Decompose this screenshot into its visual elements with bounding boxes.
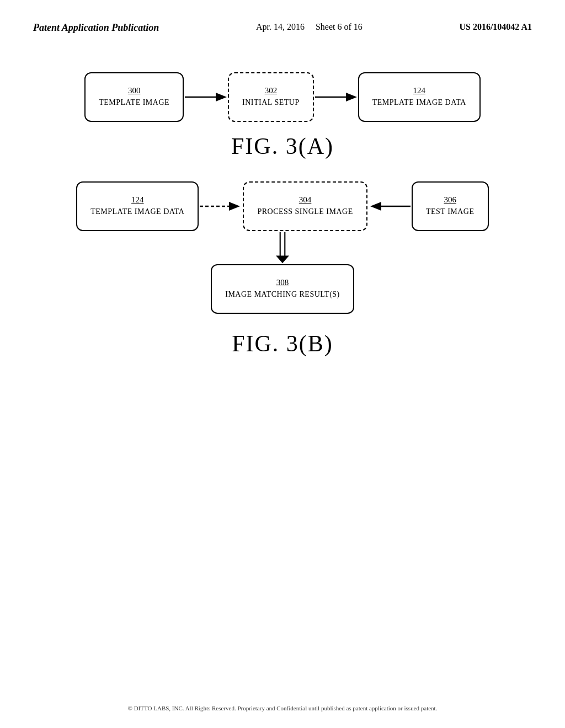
figure-3a-section: 300 Template Image 302 Initial Setup [33,72,532,122]
box-302-initial-setup: 302 Initial Setup [228,72,314,122]
svg-marker-10 [276,256,289,264]
box-124b-label: Template Image Data [90,207,184,217]
arrow-306-to-304 [367,195,412,217]
box-124-template-image-data: 124 Template Image Data [358,72,481,122]
box-308-image-matching-results: 308 Image Matching Result(s) [211,264,354,314]
arrow-right-icon-2 [314,86,358,108]
svg-marker-1 [216,93,227,101]
box-308-number: 308 [276,278,289,287]
box-124-label: Template Image Data [372,98,466,108]
figure-3b-section: 124 Template Image Data 304 Process Sing… [33,181,532,314]
box-124b-number: 124 [131,195,144,205]
box-124-template-image-data-b: 124 Template Image Data [76,181,199,231]
header-date-sheet: Apr. 14, 2016 Sheet 6 of 16 [256,22,363,32]
header-patent-number: US 2016/104042 A1 [459,22,532,32]
main-content: 300 Template Image 302 Initial Setup [0,34,565,401]
fig3a-label: FIG. 3(A) [33,133,532,159]
box-300-number: 300 [128,86,141,95]
arrow-left-icon [367,195,412,217]
page-footer: © DITTO LABS, INC. All Rights Reserved. … [0,705,565,711]
arrow-302-to-124 [314,86,358,108]
arrow-124-to-304 [199,195,243,217]
header-date: Apr. 14, 2016 [256,22,305,31]
arrow-dashed-right-icon [199,195,243,217]
page-header: Patent Application Publication Apr. 14, … [0,0,565,34]
box-304-number: 304 [299,195,312,205]
arrow-300-to-302 [184,86,228,108]
footer-text: © DITTO LABS, INC. All Rights Reserved. … [128,705,438,711]
svg-marker-7 [370,202,381,211]
box-304-label: Process Single Image [257,207,353,217]
svg-marker-5 [229,202,240,211]
box-302-label: Initial Setup [242,98,300,108]
box-306-number: 306 [444,195,457,205]
box-300-label: Template Image [99,98,169,108]
fig3b-label: FIG. 3(B) [33,330,532,357]
header-sheet: Sheet 6 of 16 [316,22,363,31]
box-306-label: Test Image [426,207,475,217]
box-304-process-single-image: 304 Process Single Image [243,181,367,231]
arrow-down-icon [271,231,294,264]
header-publication-type: Patent Application Publication [33,22,159,34]
arrow-304-to-308 [271,231,294,264]
box-124-number: 124 [413,86,426,95]
fig3a-flow: 300 Template Image 302 Initial Setup [33,72,532,122]
fig3b-flow: 124 Template Image Data 304 Process Sing… [33,181,532,314]
arrow-right-icon [184,86,228,108]
box-306-test-image: 306 Test Image [412,181,489,231]
box-302-number: 302 [265,86,278,95]
box-300-template-image: 300 Template Image [84,72,184,122]
svg-marker-3 [346,93,357,101]
box-308-label: Image Matching Result(s) [225,290,340,299]
fig3b-top-row: 124 Template Image Data 304 Process Sing… [76,181,489,231]
